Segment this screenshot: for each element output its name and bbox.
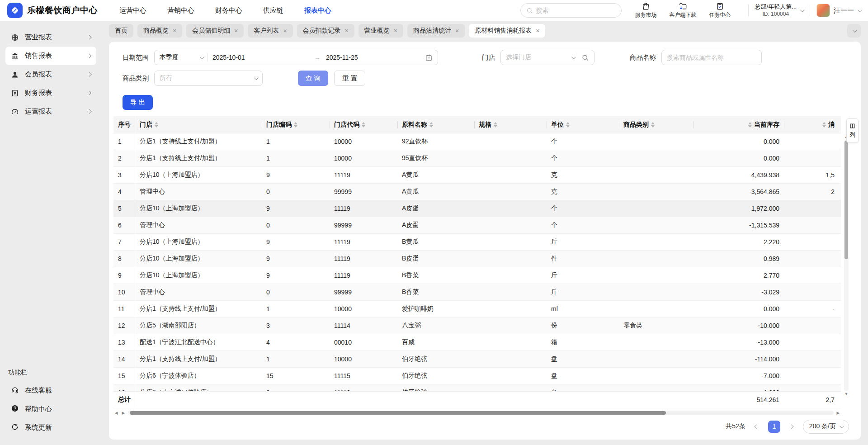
tab-商品概览[interactable]: 商品概览× xyxy=(137,24,182,38)
sidebar-footer-item-系统更新[interactable]: 系统更新 xyxy=(5,418,96,437)
table-row[interactable]: 16分店9（南京浦口体验店）811118伯牙绝弦盘-1.000 xyxy=(113,384,841,391)
sidebar-item-销售报表[interactable]: 销售报表 xyxy=(5,47,96,65)
sidebar-item-运营报表[interactable]: 运营报表 xyxy=(5,102,96,121)
column-header-原料名称[interactable]: 原料名称 xyxy=(397,116,474,133)
app-logo-icon[interactable] xyxy=(7,3,23,18)
horizontal-scroll-track[interactable] xyxy=(128,411,834,415)
close-icon[interactable]: × xyxy=(173,28,176,34)
topbar-nav-item[interactable]: 营销中心 xyxy=(167,6,194,15)
table-row[interactable]: 4管理中心099999A黄瓜克-3,564.8652 xyxy=(113,184,841,200)
close-icon[interactable]: × xyxy=(394,28,397,34)
quick-action-服务市场[interactable]: 服务市场 xyxy=(635,2,657,19)
tab-原材料销售消耗报表[interactable]: 原材料销售消耗报表× xyxy=(469,24,545,38)
table-row[interactable]: 7分店10（上海加盟店）911119B黄瓜斤2.220 xyxy=(113,234,841,251)
close-icon[interactable]: × xyxy=(345,28,349,34)
tab-会员储值明细[interactable]: 会员储值明细× xyxy=(186,24,244,38)
scroll-right-icon[interactable]: ▶ xyxy=(835,411,841,415)
next-page-button[interactable] xyxy=(787,421,797,432)
tab-首页[interactable]: 首页 xyxy=(109,24,133,38)
user-menu[interactable]: 汪一一 xyxy=(816,4,861,17)
close-icon[interactable]: × xyxy=(234,28,238,34)
topbar-nav-item[interactable]: 财务中心 xyxy=(215,6,242,15)
column-header-单位[interactable]: 单位 xyxy=(547,116,619,133)
date-range-control[interactable]: 本季度 2025-10-01 → 2025-11-25 xyxy=(154,50,438,65)
tab-营业概览[interactable]: 营业概览× xyxy=(359,24,403,38)
sidebar-item-会员报表[interactable]: 会员报表 xyxy=(5,65,96,84)
topbar-nav-item[interactable]: 运营中心 xyxy=(119,6,146,15)
sidebar-footer-item-在线客服[interactable]: 在线客服 xyxy=(5,381,96,400)
horizontal-scroll-thumb[interactable] xyxy=(130,411,666,415)
topbar-nav-item[interactable]: 报表中心 xyxy=(304,6,331,15)
scroll-right-icon[interactable]: ▶ xyxy=(121,411,126,415)
date-preset-select[interactable]: 本季度 xyxy=(160,53,203,62)
sidebar-footer-item-帮助中心[interactable]: 帮助中心 xyxy=(5,400,96,418)
sort-icon[interactable] xyxy=(748,122,752,128)
date-start-value[interactable]: 2025-10-01 xyxy=(212,54,314,61)
tab-会员扣款记录[interactable]: 会员扣款记录× xyxy=(297,24,354,38)
vertical-scroll-track[interactable] xyxy=(844,140,849,391)
table-row[interactable]: 6管理中心099999A皮蛋个-1,315.539 xyxy=(113,217,841,234)
org-switcher[interactable]: 总部/年轻人第... ID: 100004 xyxy=(755,3,803,17)
tab-overflow-button[interactable] xyxy=(847,24,861,38)
tab-客户列表[interactable]: 客户列表× xyxy=(248,24,292,38)
column-header-门店编码[interactable]: 门店编码 xyxy=(262,116,330,133)
close-icon[interactable]: × xyxy=(455,28,459,34)
sort-icon[interactable] xyxy=(155,122,158,128)
sort-icon[interactable] xyxy=(566,122,570,128)
vertical-scroll-thumb[interactable] xyxy=(844,141,848,259)
calendar-icon[interactable] xyxy=(425,54,433,62)
product-name-input[interactable] xyxy=(667,54,756,61)
column-header-消[interactable]: 消 xyxy=(784,116,839,133)
table-row[interactable]: 3分店10（上海加盟店）911119A黄瓜克4,439.9381,5 xyxy=(113,167,841,184)
cell xyxy=(784,200,839,217)
sidebar-item-财务报表[interactable]: 财务报表 xyxy=(5,84,96,102)
quick-action-客户端下载[interactable]: 客户端下载 xyxy=(670,2,697,19)
store-search-icon[interactable] xyxy=(581,54,589,62)
quick-action-任务中心[interactable]: 任务中心 xyxy=(709,2,731,19)
scroll-down-icon[interactable]: ▼ xyxy=(844,392,849,396)
table-row[interactable]: 10管理中心099999B香菜斤-3.029 xyxy=(113,284,841,301)
sidebar-item-营业报表[interactable]: 营业报表 xyxy=(5,28,96,47)
table-row[interactable]: 11分店1（支持线上支付/加盟）110000爱护咖啡奶ml0.000- xyxy=(113,301,841,317)
close-icon[interactable]: × xyxy=(536,28,539,34)
column-header-商品类别[interactable]: 商品类别 xyxy=(619,116,693,133)
product-name-field[interactable] xyxy=(661,50,762,65)
table-row[interactable]: 1分店1（支持线上支付/加盟）11000092直饮杯个0.000 xyxy=(113,133,841,150)
sort-icon[interactable] xyxy=(429,122,433,128)
page-size-select[interactable]: 200 条/页 xyxy=(803,420,849,434)
query-button[interactable]: 查 询 xyxy=(298,71,328,86)
sort-icon[interactable] xyxy=(294,122,297,128)
sort-icon[interactable] xyxy=(822,122,826,128)
sort-icon[interactable] xyxy=(651,122,655,128)
reset-button[interactable]: 重 置 xyxy=(334,71,365,86)
current-page-button[interactable]: 1 xyxy=(768,421,780,433)
export-button[interactable]: 导 出 xyxy=(123,95,153,110)
table-row[interactable]: 13配送1（宁波江北配送中心）400010百威箱-13.000 xyxy=(113,334,841,351)
tab-商品沽清统计[interactable]: 商品沽清统计× xyxy=(407,24,465,38)
table-row[interactable]: 15分店6（宁波体验店）1511115伯牙绝弦盘-7.000 xyxy=(113,368,841,384)
global-search-input[interactable] xyxy=(536,7,616,14)
column-header-规格[interactable]: 规格 xyxy=(474,116,547,133)
vertical-scrollbar[interactable]: ▲ ▼ xyxy=(844,135,849,396)
table-row[interactable]: 2分店1（支持线上支付/加盟）11000095直饮杯个0.000 xyxy=(113,150,841,167)
table-row[interactable]: 5分店10（上海加盟店）911119A皮蛋个1,972.000 xyxy=(113,200,841,217)
close-icon[interactable]: × xyxy=(283,28,287,34)
date-end-value[interactable]: 2025-11-25 xyxy=(326,54,425,61)
store-select[interactable]: 选择门店 xyxy=(500,50,594,65)
sort-icon[interactable] xyxy=(362,122,365,128)
table-row[interactable]: 12分店5（湖南邵阳店）311114八宝粥份零食类-10.000 xyxy=(113,317,841,334)
table-row[interactable]: 8分店10（上海加盟店）911119B皮蛋件0.989 xyxy=(113,251,841,267)
table-row[interactable]: 9分店10（上海加盟店）911119B香菜斤2.770 xyxy=(113,267,841,284)
sort-icon[interactable] xyxy=(494,122,497,128)
category-select[interactable]: 所有 xyxy=(154,71,263,86)
horizontal-scrollbar[interactable]: ◀ ▶ ▶ xyxy=(113,410,841,416)
scroll-left-icon[interactable]: ◀ xyxy=(113,411,119,415)
column-header-当前库存[interactable]: 当前库存 xyxy=(693,116,784,133)
topbar-nav-item[interactable]: 供应链 xyxy=(263,6,283,15)
table-row[interactable]: 14分店1（支持线上支付/加盟）110000伯牙绝弦盘-114.000 xyxy=(113,351,841,368)
prev-page-button[interactable] xyxy=(752,421,762,432)
column-settings-button[interactable]: 列 xyxy=(846,118,859,143)
global-search[interactable] xyxy=(520,3,622,18)
column-header-门店[interactable]: 门店 xyxy=(135,116,262,133)
column-header-门店代码[interactable]: 门店代码 xyxy=(330,116,397,133)
